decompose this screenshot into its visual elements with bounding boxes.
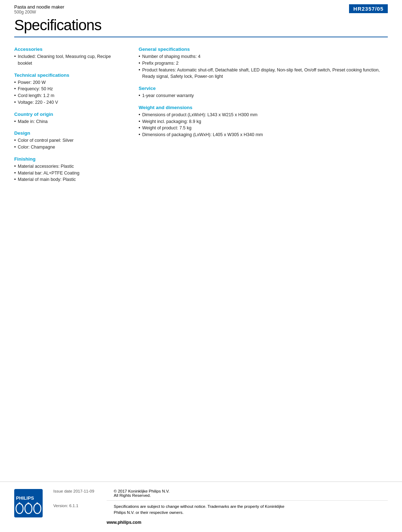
left-column: AccessoriesIncluded: Cleaning tool, Meas… [14, 47, 124, 189]
footer-details: Issue date 2017-11-09 © 2017 Koninklijke… [53, 489, 388, 525]
list-item: Dimensions of packaging (LxWxH): L405 x … [139, 131, 388, 138]
list-item: Color of control panel: Silver [14, 137, 124, 144]
list-item: Prefix programs: 2 [139, 60, 388, 67]
list-item: Material bar: AL+PTFE Coating [14, 170, 124, 177]
list-item: Number of shaping mouths: 4 [139, 53, 388, 60]
list-item: Made in: China [14, 118, 124, 125]
spec-list-weight_and_dimensions: Dimensions of product (LxWxH): L343 x W2… [139, 112, 388, 138]
svg-text:★: ★ [18, 501, 21, 505]
list-item: Dimensions of product (LxWxH): L343 x W2… [139, 112, 388, 118]
section-finishing: FinishingMaterial accessories: PlasticMa… [14, 156, 124, 183]
list-item: 1-year consumer warranty [139, 92, 388, 99]
list-item: Frequency: 50 Hz [14, 86, 124, 92]
section-title-design: Design [14, 130, 124, 136]
philips-logo: PHILIPS ★ ★ ★ [14, 489, 43, 517]
spec-list-technical_specifications: Power: 200 WFrequency: 50 HzCord length:… [14, 79, 124, 106]
spec-list-design: Color of control panel: SilverColor: Cha… [14, 137, 124, 151]
list-item: Weight incl. packaging: 8.9 kg [139, 118, 388, 125]
section-general_specifications: General specificationsNumber of shaping … [139, 47, 388, 80]
list-item: Weight of product: 7.5 kg [139, 125, 388, 131]
main-content: AccessoriesIncluded: Cleaning tool, Meas… [0, 39, 402, 189]
footer-version-row: Version: 6.1.1 Specifications are subjec… [53, 504, 388, 516]
list-item: Cord length: 1.2 m [14, 92, 124, 99]
list-item: Included: Cleaning tool, Measuring cup, … [14, 53, 124, 67]
footer-divider [107, 500, 388, 501]
product-subname: 500g 200W [14, 10, 64, 15]
footer-version-label: Version: 6.1.1 [53, 504, 107, 516]
svg-text:★: ★ [27, 501, 30, 505]
section-title-general_specifications: General specifications [139, 47, 388, 52]
section-accessories: AccessoriesIncluded: Cleaning tool, Meas… [14, 47, 124, 67]
product-info: Pasta and noodle maker 500g 200W [14, 4, 64, 15]
list-item: Product features: Automatic shut-off, De… [139, 67, 388, 80]
svg-text:PHILIPS: PHILIPS [16, 495, 34, 501]
right-column: General specificationsNumber of shaping … [139, 47, 388, 189]
spec-list-country_of_origin: Made in: China [14, 118, 124, 125]
section-service: Service1-year consumer warranty [139, 86, 388, 99]
footer-issue-row: Issue date 2017-11-09 © 2017 Koninklijke… [53, 489, 388, 498]
list-item: Material of main body: Plastic [14, 176, 124, 183]
spec-list-service: 1-year consumer warranty [139, 92, 388, 99]
footer-issue-label: Issue date 2017-11-09 [53, 489, 107, 498]
section-title-finishing: Finishing [14, 156, 124, 162]
footer-website: www.philips.com [107, 518, 388, 525]
svg-text:★: ★ [36, 501, 38, 505]
footer: PHILIPS ★ ★ ★ Issue date 2017-11-09 © 20… [0, 482, 402, 532]
section-title-technical_specifications: Technical specifications [14, 72, 124, 78]
list-item: Voltage: 220 - 240 V [14, 99, 124, 106]
section-weight_and_dimensions: Weight and dimensionsDimensions of produ… [139, 105, 388, 138]
section-title-weight_and_dimensions: Weight and dimensions [139, 105, 388, 110]
product-name: Pasta and noodle maker [14, 4, 64, 10]
footer-disclaimer: Specifications are subject to change wit… [114, 504, 291, 516]
section-title-country_of_origin: Country of origin [14, 112, 124, 117]
list-item: Color: Champagne [14, 144, 124, 151]
section-design: DesignColor of control panel: SilverColo… [14, 130, 124, 151]
section-country_of_origin: Country of originMade in: China [14, 112, 124, 125]
page-title: Specifications [14, 17, 388, 34]
model-badge: HR2357/05 [349, 4, 388, 13]
list-item: Material accessories: Plastic [14, 163, 124, 170]
header: Pasta and noodle maker 500g 200W HR2357/… [0, 0, 402, 17]
list-item: Power: 200 W [14, 79, 124, 86]
spec-list-general_specifications: Number of shaping mouths: 4Prefix progra… [139, 53, 388, 80]
section-title-service: Service [139, 86, 388, 91]
spec-list-finishing: Material accessories: PlasticMaterial ba… [14, 163, 124, 183]
footer-copyright: © 2017 Koninklijke Philips N.V. [114, 489, 170, 493]
spec-list-accessories: Included: Cleaning tool, Measuring cup, … [14, 53, 124, 67]
section-technical_specifications: Technical specificationsPower: 200 WFreq… [14, 72, 124, 106]
footer-rights: All Rights Reserved. [114, 493, 170, 498]
section-title-accessories: Accessories [14, 47, 124, 52]
